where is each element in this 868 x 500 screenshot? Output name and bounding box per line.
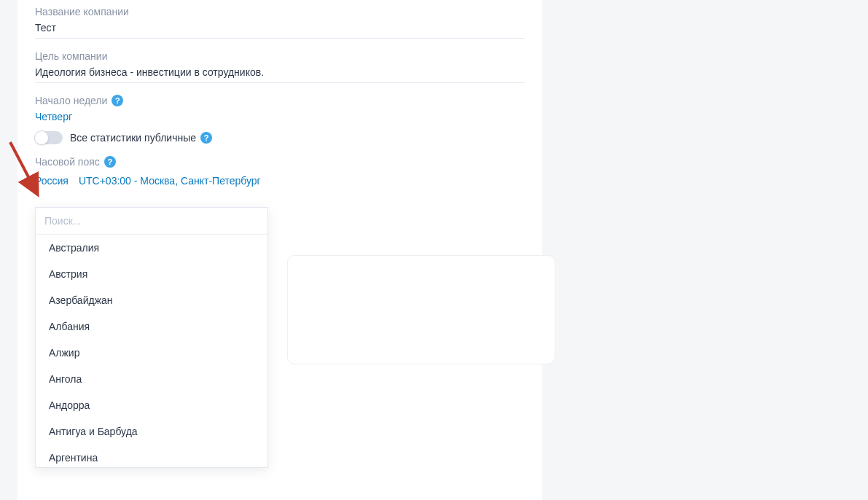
public-stats-label: Все статистики публичные ? <box>70 132 212 144</box>
public-stats-row: Все статистики публичные ? <box>35 131 525 144</box>
help-icon[interactable]: ? <box>200 132 212 144</box>
toggle-knob <box>34 130 49 145</box>
background-panel <box>287 255 555 364</box>
list-item[interactable]: Антигуа и Барбуда <box>36 418 267 445</box>
list-item[interactable]: Ангола <box>36 366 267 392</box>
dropdown-search-wrap <box>36 208 267 234</box>
list-item[interactable]: Андорра <box>36 392 267 418</box>
company-goal-value[interactable]: Идеология бизнеса - инвестиции в сотрудн… <box>35 66 525 83</box>
dropdown-list[interactable]: Австралия Австрия Азербайджан Албания Ал… <box>36 234 267 467</box>
list-item[interactable]: Австралия <box>36 235 267 261</box>
settings-form: Название компании Тест Цель компании Иде… <box>17 0 542 500</box>
week-start-field: Начало недели ? Четверг Все статистики п… <box>35 89 525 150</box>
company-name-label: Название компании <box>35 6 129 17</box>
list-item[interactable]: Албания <box>36 313 267 340</box>
help-icon[interactable]: ? <box>104 156 116 168</box>
company-name-value[interactable]: Тест <box>35 22 525 39</box>
country-dropdown: Австралия Австрия Азербайджан Албания Ал… <box>35 207 268 468</box>
timezone-country[interactable]: Россия <box>35 175 69 187</box>
public-stats-label-text: Все статистики публичные <box>70 132 196 144</box>
list-item[interactable]: Аргентина <box>36 445 267 467</box>
timezone-label-text: Часовой пояс <box>35 156 100 168</box>
list-item[interactable]: Алжир <box>36 340 267 366</box>
week-start-value[interactable]: Четверг <box>35 111 525 122</box>
timezone-field: Часовой пояс ? Россия UTC+03:00 - Москва… <box>35 150 525 192</box>
timezone-zone[interactable]: UTC+03:00 - Москва, Санкт-Петербург <box>79 175 261 187</box>
timezone-label: Часовой пояс ? <box>35 156 116 168</box>
company-goal-field: Цель компании Идеология бизнеса - инвест… <box>35 44 525 89</box>
week-start-label-text: Начало недели <box>35 95 107 106</box>
public-stats-toggle[interactable] <box>35 131 63 144</box>
company-name-field: Название компании Тест <box>35 0 525 44</box>
list-item[interactable]: Австрия <box>36 261 267 287</box>
list-item[interactable]: Азербайджан <box>36 287 267 313</box>
week-start-label: Начало недели ? <box>35 95 123 106</box>
help-icon[interactable]: ? <box>112 95 123 106</box>
search-input[interactable] <box>44 215 259 227</box>
company-goal-label: Цель компании <box>35 50 107 62</box>
